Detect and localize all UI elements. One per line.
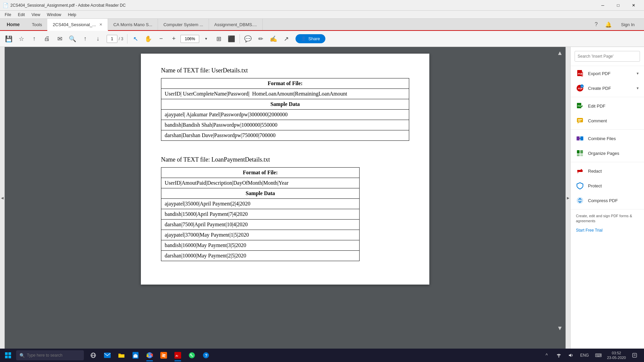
data-row-1-1: ajaypatel| Ajakumar Patel|Passwordpw|300… [161, 110, 409, 120]
close-button[interactable]: ✕ [626, 0, 641, 11]
tab-home[interactable]: Home [0, 19, 26, 30]
taskbar-acrobat[interactable]: Ai [171, 349, 184, 362]
combine-files-icon [576, 134, 584, 142]
email-button[interactable]: ✉ [54, 33, 66, 45]
trial-link[interactable]: Start Free Trial [571, 227, 644, 234]
svg-rect-27 [118, 355, 124, 358]
svg-point-39 [558, 357, 559, 358]
hand-tool[interactable]: ✋ [142, 33, 154, 45]
markup-tool[interactable]: ✍ [267, 33, 279, 45]
export-pdf-button[interactable]: PDF Export PDF ▾ [571, 66, 644, 81]
file2-label: Name of TEXT file: LoanPaymentDetails.tx… [161, 156, 409, 163]
tab-current-pdf[interactable]: 2CS404_Sessional_... ✕ [47, 19, 108, 31]
redact-button[interactable]: Redact [571, 164, 644, 178]
taskbar-keyboard[interactable]: ⌨ [593, 350, 604, 361]
tab-close-1[interactable]: ✕ [99, 22, 102, 27]
notifications-button[interactable]: 🔔 [604, 20, 613, 29]
taskbar-mail[interactable] [101, 349, 114, 362]
menu-view[interactable]: View [28, 12, 44, 18]
scroll-down[interactable]: ▼ [557, 325, 563, 332]
zoom-in-button[interactable]: + [168, 33, 180, 45]
taskbar-file-explorer[interactable] [115, 349, 128, 362]
tab-tools[interactable]: Tools [26, 19, 47, 30]
taskbar-sublime[interactable] [157, 349, 170, 362]
fit-page-button[interactable]: ⊞ [213, 33, 225, 45]
panel-divider-3 [571, 162, 644, 162]
taskbar-store[interactable] [129, 349, 142, 362]
taskbar-chrome[interactable] [143, 349, 156, 362]
comment-tool[interactable]: 💬 [242, 33, 254, 45]
svg-text:PDF: PDF [578, 73, 583, 75]
page-number-input[interactable] [107, 35, 117, 43]
organize-pages-button[interactable]: Organize Pages [571, 146, 644, 161]
taskbar-task-view[interactable] [87, 349, 100, 362]
svg-rect-40 [633, 353, 637, 357]
minimize-button[interactable]: ─ [595, 0, 610, 11]
pdf-viewer[interactable]: ▲ Name of TEXT file: UserDetails.txt For… [5, 47, 566, 349]
format-header-2: Format of File: [161, 168, 360, 178]
data-row-2-6: darshan|10000|May Payment|2|5|2020 [161, 251, 360, 261]
sign-in-button[interactable]: Sign In [616, 21, 640, 28]
taskbar-notifications[interactable] [629, 350, 640, 361]
promo-text: Create, edit and sign PDF forms & agreem… [571, 211, 644, 227]
maximize-button[interactable]: □ [610, 0, 626, 11]
combine-files-label: Combine Files [588, 136, 639, 141]
tab-right-controls: ? 🔔 Sign In [592, 19, 644, 30]
right-panel-toggle[interactable]: ▶ [566, 47, 570, 349]
comment-button[interactable]: Comment [571, 113, 644, 128]
highlight-tool[interactable]: ✏ [255, 33, 267, 45]
data-row-1-3: darshan|Darshan Dave|Passwordpw|750000|7… [161, 130, 409, 141]
upload-button[interactable]: ↑ [28, 33, 40, 45]
comment-label: Comment [588, 118, 639, 123]
taskbar-whatsapp[interactable] [185, 349, 199, 362]
fit-width-button[interactable]: ⬛ [225, 33, 237, 45]
right-panel: PDF Export PDF ▾ PDF + Create PDF ▾ [570, 47, 644, 349]
svg-rect-16 [580, 154, 583, 156]
app-icon: 📄 [3, 3, 8, 8]
taskbar-help[interactable]: ? [199, 349, 213, 362]
svg-rect-26 [104, 353, 111, 358]
taskbar-clock[interactable]: 03:52 23-05-2020 [605, 351, 628, 360]
search-box-container [571, 51, 644, 66]
data-row-2-5: bandish|16000|May Payment|3|5|2020 [161, 240, 360, 251]
format-row-1: UserID| UserCompleteName|Password| HomeL… [161, 89, 409, 99]
left-panel-toggle[interactable]: ◀ [0, 47, 5, 349]
taskbar-search-input[interactable] [27, 353, 80, 358]
svg-rect-10 [578, 121, 581, 121]
taskbar-expand[interactable]: ^ [541, 350, 552, 361]
scroll-up[interactable]: ▲ [557, 50, 563, 57]
combine-files-button[interactable]: Combine Files [571, 131, 644, 146]
menu-edit[interactable]: Edit [14, 12, 28, 18]
create-pdf-button[interactable]: PDF + Create PDF ▾ [571, 81, 644, 96]
sign-tool[interactable]: ↗ [280, 33, 292, 45]
svg-point-36 [189, 352, 195, 358]
menu-window[interactable]: Window [44, 12, 65, 18]
taskbar-search-bar[interactable]: 🔍 [16, 350, 84, 360]
tab-ca-morris[interactable]: CA Morris Mano S... [108, 19, 158, 30]
menu-help[interactable]: Help [65, 12, 80, 18]
cursor-tool[interactable]: ↖ [129, 33, 142, 45]
tab-computer-system[interactable]: Computer System ... [158, 19, 209, 30]
next-page-button[interactable]: ↓ [92, 33, 104, 45]
search-button[interactable]: 🔍 [66, 33, 78, 45]
bookmark-button[interactable]: ☆ [15, 33, 28, 45]
compress-pdf-button[interactable]: Compress PDF [571, 193, 644, 208]
zoom-input[interactable] [180, 35, 199, 43]
start-button[interactable] [1, 349, 15, 362]
share-button[interactable]: 👤 Share [296, 34, 325, 43]
zoom-out-button[interactable]: − [155, 33, 167, 45]
prev-page-button[interactable]: ↑ [79, 33, 91, 45]
search-insert-page[interactable] [575, 51, 640, 62]
svg-rect-15 [577, 154, 580, 156]
edit-pdf-button[interactable]: PDF Edit PDF [571, 99, 644, 113]
tab-assignment-dbms[interactable]: Assignment_DBMS.... [209, 19, 263, 30]
protect-button[interactable]: Protect [571, 178, 644, 193]
save-button[interactable]: 💾 [3, 33, 15, 45]
print-button[interactable]: 🖨 [41, 33, 53, 45]
taskbar-network[interactable] [553, 350, 564, 361]
taskbar-volume[interactable] [566, 350, 576, 361]
help-button[interactable]: ? [592, 20, 601, 29]
format-header-1: Format of File: [161, 78, 409, 89]
zoom-dropdown[interactable]: ▼ [200, 33, 212, 45]
menu-file[interactable]: File [1, 12, 14, 18]
